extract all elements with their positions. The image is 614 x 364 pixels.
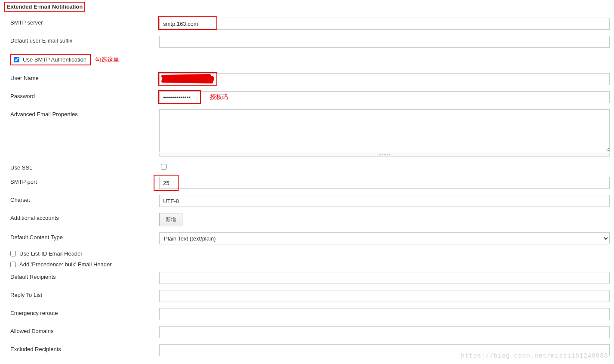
use-list-id-label: Use List-ID Email Header (19, 250, 83, 257)
reply-to-list-label: Reply To List (4, 290, 159, 298)
default-content-type-select[interactable]: Plain Text (text/plain) (159, 232, 610, 244)
default-suffix-input[interactable] (159, 36, 610, 48)
use-ssl-checkbox[interactable] (161, 164, 167, 170)
default-recipients-input[interactable] (159, 272, 610, 284)
default-content-type-label: Default Content Type (4, 232, 159, 241)
adv-props-textarea[interactable] (159, 109, 610, 152)
smtp-server-label: SMTP server (4, 18, 159, 26)
user-name-input[interactable] (159, 73, 610, 85)
redacted-user-name (162, 76, 214, 82)
use-smtp-auth-label: Use SMTP Authentication (23, 56, 86, 63)
emergency-reroute-input[interactable] (159, 308, 610, 320)
smtp-port-input[interactable] (159, 177, 610, 189)
section-header: Extended E-mail Notification (4, 2, 610, 13)
emergency-reroute-label: Emergency reroute (4, 308, 159, 316)
add-account-button[interactable]: 新增 (159, 213, 182, 226)
section-title: Extended E-mail Notification (4, 2, 85, 12)
annotation-check-here: 勾选这里 (95, 56, 119, 64)
excluded-recipients-label: Excluded Recipients (4, 344, 159, 352)
user-name-label: User Name (4, 73, 159, 81)
default-recipients-label: Default Recipients (4, 272, 159, 280)
smtp-port-label: SMTP port (4, 177, 159, 185)
reply-to-list-input[interactable] (159, 290, 610, 302)
use-list-id-checkbox[interactable] (10, 251, 16, 256)
resize-handle[interactable] (159, 153, 610, 157)
adv-props-label: Advanced Email Properties (4, 109, 159, 117)
additional-accounts-label: Additional accounts (4, 213, 159, 221)
charset-input[interactable] (159, 195, 610, 207)
highlight-use-smtp-auth: Use SMTP Authentication (10, 54, 91, 65)
excluded-recipients-input[interactable] (159, 344, 610, 356)
smtp-server-input[interactable] (159, 18, 610, 30)
use-smtp-auth-checkbox[interactable] (14, 57, 19, 62)
annotation-auth-code: 授权码 (210, 93, 228, 101)
use-ssl-label: Use SSL (4, 163, 159, 171)
add-precedence-label: Add 'Precedence: bulk' Email Header (19, 261, 112, 268)
charset-label: Charset (4, 195, 159, 203)
allowed-domains-label: Allowed Domains (4, 326, 159, 334)
allowed-domains-input[interactable] (159, 326, 610, 338)
password-label: Password (4, 91, 159, 99)
add-precedence-checkbox[interactable] (10, 262, 16, 267)
default-suffix-label: Default user E-mail suffix (4, 36, 159, 44)
